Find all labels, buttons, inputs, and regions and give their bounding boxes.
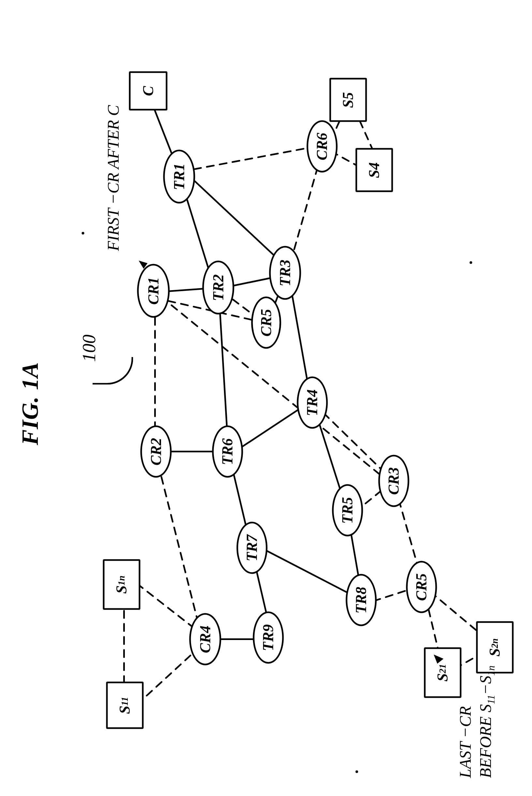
svg-line-8	[164, 289, 209, 292]
annotation-last-cr-line2-prefix: BEFORE S	[476, 704, 495, 778]
annotation-first-cr: FIRST −CR AFTER C	[103, 22, 123, 251]
node-s5: S5	[329, 78, 367, 122]
node-s11: S11	[106, 682, 144, 729]
node-tr9: TR9	[253, 612, 284, 664]
node-tr1: TR1	[163, 150, 195, 204]
node-cr6: CR6	[306, 121, 337, 173]
node-s1n-sub: 1n	[117, 576, 126, 585]
annotation-last-cr-sub2: 1n	[486, 666, 497, 675]
node-s1n: S1n	[103, 559, 140, 610]
node-s11-prefix: S	[117, 706, 132, 714]
node-tr8: TR8	[345, 574, 377, 626]
svg-line-5	[137, 651, 195, 705]
node-tr2: TR2	[202, 261, 234, 314]
node-s4: S4	[355, 148, 393, 192]
node-client-c: C	[129, 71, 167, 111]
node-cr3: CR3	[378, 455, 409, 507]
svg-line-6	[137, 584, 195, 630]
node-cr2: CR2	[140, 426, 171, 478]
svg-line-13	[261, 548, 355, 597]
svg-line-34	[194, 147, 316, 169]
svg-line-3	[155, 452, 202, 639]
node-tr6: TR6	[212, 426, 243, 478]
node-tr7: TR7	[236, 522, 267, 574]
node-tr4: TR4	[297, 377, 328, 429]
svg-line-0	[120, 241, 144, 269]
rotated-stage: FIG. 1A 100 FIRST −CR AFTER C LAST −CR B…	[0, 132, 532, 665]
svg-line-20	[192, 179, 283, 264]
node-cr5-lower: CR5	[406, 561, 437, 613]
node-tr3: TR3	[269, 246, 301, 300]
arrow-first-cr	[119, 238, 153, 277]
annotation-last-cr: LAST −CR BEFORE S11−S1n	[455, 608, 497, 778]
svg-line-26	[321, 411, 385, 473]
node-tr5: TR5	[332, 484, 363, 537]
node-s11-sub: 11	[120, 697, 129, 706]
node-cr4: CR4	[189, 613, 221, 666]
annotation-last-cr-mid: −S	[476, 675, 495, 695]
svg-line-37	[359, 119, 373, 151]
arrow-last-cr	[427, 643, 464, 683]
node-s1n-prefix: S	[114, 585, 129, 594]
svg-line-16	[235, 404, 306, 452]
annotation-last-cr-sub1: 11	[486, 695, 497, 704]
annotation-last-cr-line1: LAST −CR	[456, 706, 474, 778]
node-cr5-upper: CR5	[251, 297, 281, 349]
diagram-canvas: FIG. 1A 100 FIRST −CR AFTER C LAST −CR B…	[0, 0, 532, 796]
